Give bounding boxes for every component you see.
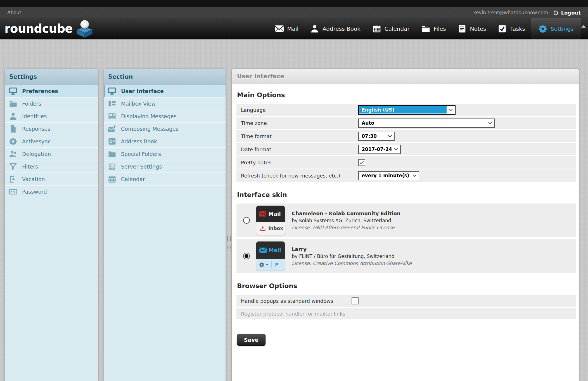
section-item-special-folders[interactable]: Special Folders [104, 148, 226, 160]
skin-larry-thumbnail[interactable]: Mail [256, 242, 285, 271]
time-format-row: Time format 07:30 [236, 130, 576, 142]
section-item-label: Mailbox View [121, 101, 156, 107]
power-icon [553, 10, 559, 15]
gear-icon [259, 262, 264, 268]
interface-skin-heading: Interface skin [237, 191, 576, 198]
skin-larry-license[interactable]: License: Creative Commons Attribution-Sh… [292, 261, 412, 266]
newspaper-icon [108, 112, 116, 120]
app-taskbar: Mail Address Book Calendar Files Notes T… [269, 18, 581, 39]
person-icon [9, 112, 17, 120]
roundcube-cube-logo-icon [74, 18, 96, 38]
settings-item-identities[interactable]: Identities [5, 110, 98, 123]
settings-panel: Settings Preferences Folders Identities … [4, 68, 98, 381]
main-content-panel: User Interface Main Options Language Eng… [232, 68, 579, 381]
section-item-address-book[interactable]: Address Book [104, 135, 226, 148]
user-email: kevin.trent@whatdouknow.com [473, 10, 548, 15]
card-icon [9, 188, 17, 196]
thumb-mail-label: Mail [268, 211, 281, 217]
list-layout-icon [108, 100, 116, 108]
panel-splitter-handle[interactable] [227, 236, 231, 249]
section-item-label: Address Book [121, 138, 157, 145]
handle-popups-checkbox[interactable] [352, 297, 359, 304]
section-item-label: Special Folders [121, 151, 161, 157]
folder-icon [108, 150, 116, 158]
mailto-handler-label: Register protocol handler for mailto: li… [241, 311, 345, 317]
settings-item-activesync[interactable]: Activesync [5, 135, 98, 148]
exit-icon [9, 175, 17, 183]
settings-item-preferences[interactable]: Preferences [5, 85, 98, 98]
settings-item-filters[interactable]: Filters [5, 160, 98, 173]
section-item-mailbox-view[interactable]: Mailbox View [104, 98, 226, 110]
nav-address-book-label: Address Book [323, 25, 361, 32]
flag-icon [274, 262, 280, 268]
nav-files[interactable]: Files [416, 18, 452, 39]
timezone-label: Time zone [241, 120, 267, 126]
refresh-select[interactable]: every 1 minute(s) [358, 171, 419, 180]
nav-address-book[interactable]: Address Book [304, 18, 366, 39]
handle-popups-row: Handle popups as standard windows [236, 295, 576, 307]
brand[interactable]: roundcube [4, 18, 96, 39]
nav-calendar[interactable]: Calendar [366, 18, 416, 39]
folder-icon [9, 100, 17, 108]
refresh-label: Refresh (check for new messages, etc.) [241, 173, 340, 179]
settings-item-label: Password [22, 189, 47, 195]
gear-icon [538, 24, 547, 33]
section-item-user-interface[interactable]: User Interface [104, 85, 226, 98]
nav-settings[interactable]: Settings [531, 18, 581, 39]
main-options-heading: Main Options [237, 91, 576, 99]
nav-tasks[interactable]: Tasks [492, 18, 531, 39]
settings-item-responses[interactable]: Responses [5, 123, 98, 135]
monitor-icon [9, 87, 17, 95]
nav-mail-label: Mail [287, 25, 298, 32]
nav-mail[interactable]: Mail [269, 18, 304, 39]
server-icon [108, 162, 116, 171]
date-format-select[interactable]: 2017-07-24 [358, 145, 401, 154]
refresh-value: every 1 minute(s) [359, 173, 410, 178]
chevron-down-icon [410, 174, 419, 177]
logout-button[interactable]: Logout [553, 10, 581, 16]
nav-notes[interactable]: Notes [452, 18, 492, 39]
skin-chameleon-radio[interactable] [243, 217, 250, 224]
chevron-down-icon [266, 264, 269, 266]
skin-chameleon-thumbnail[interactable]: Mail Inbox [256, 206, 285, 235]
notes-icon [458, 24, 467, 33]
section-item-label: Composing Messages [121, 126, 179, 132]
time-format-select[interactable]: 07:30 [358, 132, 395, 141]
pretty-dates-checkbox[interactable] [358, 159, 365, 166]
main-content-body: Main Options Language English (US) Time … [232, 84, 579, 381]
timezone-row: Time zone Auto [236, 117, 576, 129]
skin-chameleon-license[interactable]: License: GNU Affero General Public Licen… [292, 225, 400, 230]
download-icon [260, 225, 266, 232]
section-item-server-settings[interactable]: Server Settings [104, 160, 226, 173]
section-item-displaying-messages[interactable]: Displaying Messages [104, 110, 226, 123]
settings-item-vacation[interactable]: Vacation [5, 173, 98, 186]
language-row: Language English (US) [236, 104, 576, 116]
folder-icon [421, 24, 430, 33]
settings-item-label: Folders [22, 101, 41, 107]
chevron-down-icon [486, 122, 494, 124]
gear-icon [9, 137, 17, 146]
section-item-label: Server Settings [121, 164, 162, 170]
about-link[interactable]: About [7, 10, 21, 15]
save-button[interactable]: Save [237, 334, 265, 346]
scroll-up-arrow[interactable] [581, 25, 586, 28]
mailto-handler-row: Register protocol handler for mailto: li… [236, 308, 576, 319]
language-label: Language [241, 107, 266, 113]
tasks-icon [498, 24, 507, 33]
section-item-calendar[interactable]: Calendar [104, 173, 226, 186]
time-format-value: 07:30 [359, 133, 386, 139]
settings-item-delegation[interactable]: Delegation [5, 148, 98, 160]
section-item-label: User Interface [121, 88, 164, 94]
contact-card-icon [108, 137, 116, 146]
settings-item-folders[interactable]: Folders [5, 98, 98, 110]
section-item-composing-messages[interactable]: Composing Messages [104, 123, 226, 135]
thumb-inbox-label: Inbox [268, 226, 283, 231]
section-item-label: Displaying Messages [121, 113, 177, 119]
nav-settings-label: Settings [551, 25, 573, 32]
timezone-select[interactable]: Auto [358, 119, 495, 128]
language-select[interactable]: English (US) [358, 105, 456, 115]
language-value: English (US) [359, 106, 447, 113]
calendar-icon [108, 175, 116, 183]
skin-larry-radio[interactable] [243, 253, 250, 259]
settings-item-password[interactable]: Password [5, 186, 98, 198]
